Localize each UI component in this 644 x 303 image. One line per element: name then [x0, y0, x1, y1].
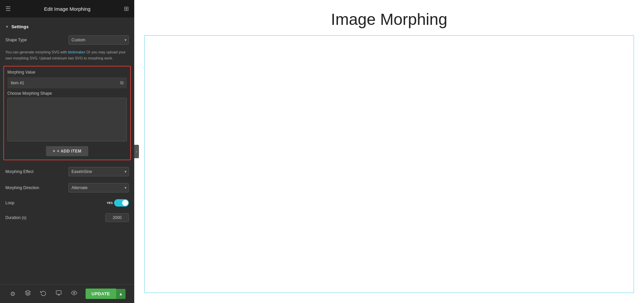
loop-toggle-wrapper: YES [107, 199, 129, 207]
morphing-effect-select-wrapper: EaseInSine Linear EaseIn EaseOut EaseInO… [68, 167, 129, 176]
morphing-direction-label: Morphing Direction [5, 185, 39, 190]
settings-arrow-icon: ▼ [5, 25, 9, 29]
add-item-button[interactable]: + + ADD ITEM [46, 146, 88, 156]
page-title: Image Morphing [331, 10, 447, 29]
toggle-slider [114, 199, 129, 207]
update-arrow-button[interactable]: ▲ [116, 289, 126, 299]
morphing-value-label: Morphing Value [7, 70, 127, 75]
sidebar: ☰ Edit Image Morphing ⊞ ▼ Settings Shape… [0, 0, 134, 303]
morphing-direction-row: Morphing Direction Alternate Normal Reve… [0, 180, 134, 196]
history-icon[interactable] [39, 289, 48, 299]
morphing-effect-label: Morphing Effect [5, 169, 34, 174]
duration-label: Duration (s) [5, 215, 27, 220]
morphing-direction-select-wrapper: Alternate Normal Reverse Alternate-Rever… [68, 183, 129, 192]
loop-toggle[interactable] [114, 199, 129, 207]
choose-shape-label: Choose Morphing Shape [7, 91, 127, 96]
loop-yes-label: YES [107, 201, 113, 205]
menu-icon[interactable]: ☰ [5, 5, 11, 12]
update-button[interactable]: UPDATE [86, 289, 116, 299]
shape-type-select[interactable]: Custom Circle Square Triangle [68, 35, 129, 45]
sidebar-content: ▼ Settings Shape Type Custom Circle Squa… [0, 17, 134, 303]
loop-label: Loop [5, 201, 14, 205]
collapse-tab[interactable]: ‹ [134, 145, 139, 158]
sidebar-header: ☰ Edit Image Morphing ⊞ [0, 0, 134, 17]
add-item-row: + + ADD ITEM [7, 146, 127, 156]
info-text-before: You can generate morphing SVG with [5, 50, 68, 54]
add-item-label: + ADD ITEM [57, 149, 82, 154]
update-btn-group: UPDATE ▲ [86, 289, 126, 299]
duration-row: Duration (s) [0, 210, 134, 225]
add-item-plus-icon: + [53, 149, 55, 154]
loop-row: Loop YES [0, 196, 134, 210]
svg-rect-1 [56, 291, 61, 294]
shape-type-label: Shape Type [5, 38, 27, 42]
info-text: You can generate morphing SVG with blobm… [0, 48, 134, 64]
item-row: Item #1 ⧉ [7, 77, 127, 88]
morphing-effect-row: Morphing Effect EaseInSine Linear EaseIn… [0, 164, 134, 180]
item-label: Item #1 [11, 81, 24, 85]
svg-point-4 [73, 292, 75, 294]
eye-icon[interactable] [70, 289, 79, 299]
shape-textarea[interactable] [7, 98, 127, 141]
blobmaker-link[interactable]: blobmaker [68, 50, 85, 54]
sidebar-title: Edit Image Morphing [44, 6, 90, 12]
copy-icon[interactable]: ⧉ [120, 80, 123, 86]
shape-type-row: Shape Type Custom Circle Square Triangle [0, 32, 134, 48]
settings-label: Settings [11, 24, 29, 29]
preview-area [144, 35, 634, 293]
gear-icon[interactable]: ⚙ [9, 289, 17, 299]
morphing-value-box: Morphing Value Item #1 ⧉ Choose Morphing… [3, 66, 131, 160]
svg-marker-0 [26, 291, 31, 293]
grid-icon[interactable]: ⊞ [124, 5, 129, 12]
responsive-icon[interactable] [54, 289, 63, 299]
shape-type-select-wrapper: Custom Circle Square Triangle [68, 35, 129, 45]
morphing-effect-select[interactable]: EaseInSine Linear EaseIn EaseOut EaseInO… [68, 167, 129, 176]
main-content: Image Morphing [134, 0, 644, 303]
layers-icon[interactable] [23, 289, 32, 299]
duration-input[interactable] [105, 213, 129, 222]
settings-toggle[interactable]: ▼ Settings [5, 21, 129, 32]
settings-section: ▼ Settings [0, 17, 134, 32]
morphing-direction-select[interactable]: Alternate Normal Reverse Alternate-Rever… [68, 183, 129, 192]
sidebar-footer: ⚙ UPDATE ▲ [0, 284, 134, 303]
